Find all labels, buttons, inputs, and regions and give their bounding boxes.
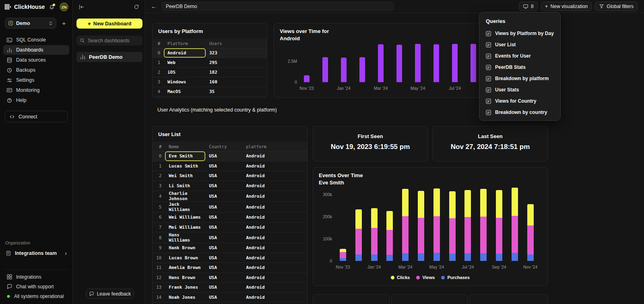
chart-bar-segment[interactable]: [480, 217, 487, 253]
chart-bar-segment[interactable]: [355, 229, 362, 254]
name-cell[interactable]: Hank Brown: [165, 243, 205, 253]
chart-bar-segment[interactable]: [304, 75, 310, 82]
chart-bar-segment[interactable]: [371, 208, 378, 228]
platform-cell[interactable]: Web: [164, 58, 206, 68]
chart-bar-segment[interactable]: [359, 57, 365, 83]
chart-bar-segment[interactable]: [371, 228, 378, 254]
table-row[interactable]: 5 Jack Williams USA Android: [153, 202, 307, 213]
chart-bar-segment[interactable]: [340, 258, 346, 261]
name-cell[interactable]: Amelia Brown: [165, 263, 205, 273]
chart-bar-segment[interactable]: [449, 254, 456, 261]
table-row[interactable]: 4 Charlie Johnson USA Android: [153, 191, 307, 202]
name-cell[interactable]: Lucas Brown: [165, 253, 205, 263]
global-filters-button[interactable]: Global filters: [595, 2, 638, 11]
table-row[interactable]: 1 Web 295: [153, 58, 267, 68]
chart-bar-segment[interactable]: [496, 254, 502, 261]
table-row[interactable]: 3 Windows 160: [153, 77, 267, 87]
name-cell[interactable]: Frank Jones: [165, 283, 205, 293]
table-row[interactable]: 1 Lucas Smith USA Android: [153, 161, 307, 172]
sidebar-item-dashboards[interactable]: Dashboards: [3, 45, 69, 55]
notifications-bell-icon[interactable]: [49, 4, 55, 10]
table-row[interactable]: 14 Noah Jones USA Android: [153, 293, 307, 303]
table-row[interactable]: 2 Wei Smith USA Android: [153, 171, 307, 181]
chart-bar-segment[interactable]: [527, 225, 534, 254]
sidebar-item-settings[interactable]: Settings: [3, 75, 69, 85]
chart-bar-segment[interactable]: [386, 230, 393, 255]
name-cell[interactable]: Lucas Smith: [165, 161, 205, 172]
sidebar-footer-integrations[interactable]: Integrations: [3, 272, 69, 281]
chart-bar-segment[interactable]: [378, 44, 384, 82]
query-item-breakdown-by-platform[interactable]: Breakdown by platform: [482, 73, 558, 84]
chart-bar-segment[interactable]: [471, 44, 476, 82]
dashboard-title-input[interactable]: [161, 2, 394, 11]
query-item-user-list[interactable]: User List: [482, 39, 558, 50]
legend-item-clicks[interactable]: Clicks: [391, 275, 410, 280]
new-dashboard-button[interactable]: + New Dashboard: [76, 19, 142, 29]
table-row[interactable]: 11 Amelia Brown USA Android: [153, 263, 307, 273]
sidebar-footer-chat-with-support[interactable]: Chat with support: [3, 282, 69, 291]
chart-bar-segment[interactable]: [322, 57, 328, 83]
chart-bar-segment[interactable]: [433, 216, 440, 253]
table-row[interactable]: 12 Hans Brown USA Android: [153, 273, 307, 283]
chart-bar-segment[interactable]: [433, 44, 439, 82]
chart-bar-segment[interactable]: [418, 191, 424, 218]
chart-bar-segment[interactable]: [512, 188, 518, 216]
query-item-events-for-user[interactable]: Events for User: [482, 50, 558, 62]
dashboard-item-peerdb-demo[interactable]: PeerDB Demo: [76, 52, 142, 62]
name-cell[interactable]: Wei Smith: [165, 171, 205, 181]
table-row[interactable]: 4 MacOS 35: [153, 87, 267, 97]
chart-bar-segment[interactable]: [464, 190, 471, 217]
chart-bar-segment[interactable]: [418, 218, 424, 253]
chart-bar-segment[interactable]: [341, 58, 347, 83]
chart-bar-segment[interactable]: [396, 45, 402, 82]
chart-bar-segment[interactable]: [449, 218, 456, 254]
legend-item-views[interactable]: Views: [416, 275, 435, 280]
chart-bar-segment[interactable]: [355, 254, 362, 261]
refresh-icon[interactable]: [134, 4, 139, 10]
back-arrow-icon[interactable]: ←: [150, 3, 157, 10]
query-item-views-for-country[interactable]: Views for Country: [482, 95, 558, 107]
sidebar-item-help[interactable]: Help: [3, 95, 69, 105]
query-item-views-by-platform-by-day[interactable]: Views by Platform by Day: [482, 28, 558, 39]
chart-bar-segment[interactable]: [402, 253, 409, 261]
chart-bar-segment[interactable]: [527, 254, 534, 261]
chart-bar-segment[interactable]: [340, 252, 346, 258]
chart-bar-segment[interactable]: [402, 189, 409, 216]
chart-bar-segment[interactable]: [512, 253, 518, 261]
table-row[interactable]: 6 Wei Williams USA Android: [153, 213, 307, 223]
chart-bar-segment[interactable]: [480, 253, 487, 261]
name-cell[interactable]: Noah Jones: [165, 293, 205, 303]
sidebar-item-backups[interactable]: Backups: [3, 65, 69, 75]
table-row[interactable]: 2 iOS 182: [153, 68, 267, 77]
workspace-select[interactable]: Demo: [5, 18, 56, 29]
sidebar-item-integrations-team[interactable]: Integrations team ›: [3, 248, 69, 259]
collapse-sidebar-icon[interactable]: [78, 4, 85, 10]
query-item-user-stats[interactable]: User Stats: [482, 84, 558, 95]
sidebar-item-monitoring[interactable]: Monitoring: [3, 85, 69, 95]
name-cell[interactable]: Hans Brown: [165, 273, 205, 283]
name-cell[interactable]: Charlie Johnson: [165, 191, 205, 202]
chart-bar-segment[interactable]: [452, 44, 458, 82]
table-row[interactable]: 3 Li Smith USA Android: [153, 181, 307, 191]
name-cell[interactable]: Wei Williams: [165, 213, 205, 223]
table-row[interactable]: 10 Lucas Brown USA Android: [153, 253, 307, 263]
connect-button[interactable]: Connect: [5, 111, 68, 122]
sidebar-item-data-sources[interactable]: Data sources: [3, 55, 69, 65]
table-row[interactable]: 8 Hans Williams USA Android: [153, 232, 307, 243]
avatar[interactable]: ZN: [60, 2, 68, 11]
table-row[interactable]: 7 Mei Williams USA Android: [153, 223, 307, 233]
name-cell[interactable]: Hans Williams: [165, 232, 205, 243]
table-row[interactable]: 9 Hank Brown USA Android: [153, 243, 307, 253]
chart-bar-segment[interactable]: [433, 188, 440, 216]
name-cell[interactable]: Eve Smith: [165, 151, 205, 161]
clickhouse-home-link[interactable]: ClickHouse: [5, 4, 46, 10]
sidebar-item-sql-console[interactable]: SQL Console: [3, 35, 69, 45]
sidebar-footer-all-systems-operational[interactable]: All systems operational: [3, 292, 69, 301]
query-item-breakdown-by-country[interactable]: Breakdown by country: [482, 107, 558, 118]
platform-cell[interactable]: iOS: [164, 68, 206, 77]
table-row[interactable]: 0 Android 323: [153, 48, 267, 58]
add-service-button[interactable]: +: [60, 20, 68, 27]
leave-feedback-button[interactable]: Leave feedback: [86, 289, 134, 299]
chart-bar-segment[interactable]: [415, 44, 421, 82]
search-dashboards-input[interactable]: [88, 38, 139, 43]
